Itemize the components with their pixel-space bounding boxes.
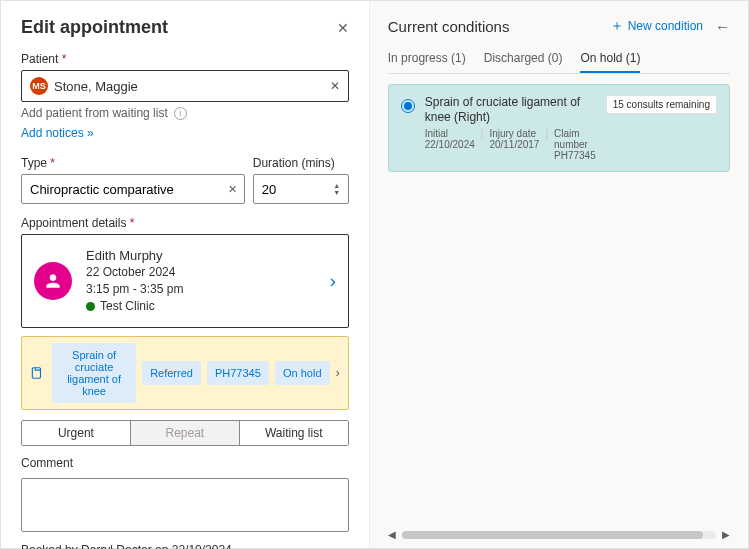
details-label: Appointment details * xyxy=(21,216,349,230)
clear-patient-icon[interactable]: ✕ xyxy=(330,79,340,93)
status-toggle-group: Urgent Repeat Waiting list xyxy=(21,420,349,446)
horizontal-scrollbar[interactable]: ◀ ▶ xyxy=(388,525,730,540)
patient-field[interactable]: MS Stone, Maggie ✕ xyxy=(21,70,349,102)
conditions-pane: Current conditions ＋New condition ← In p… xyxy=(369,1,748,548)
toggle-waiting[interactable]: Waiting list xyxy=(240,421,348,445)
tab-on-hold[interactable]: On hold (1) xyxy=(580,45,640,73)
plus-icon: ＋ xyxy=(610,17,624,35)
back-arrow-icon[interactable]: ← xyxy=(715,18,730,35)
patient-avatar: MS xyxy=(30,77,48,95)
tag-referred[interactable]: Referred xyxy=(142,361,201,385)
type-label: Type * xyxy=(21,156,245,170)
consults-badge: 15 consults remaining xyxy=(606,95,717,114)
add-notices-link[interactable]: Add notices » xyxy=(21,126,92,140)
appointment-time: 3:15 pm - 3:35 pm xyxy=(86,281,316,298)
conditions-title: Current conditions xyxy=(388,18,610,35)
condition-icon xyxy=(30,366,46,380)
tag-claim[interactable]: PH77345 xyxy=(207,361,269,385)
edit-appointment-pane: Edit appointment ✕ Patient * MS Stone, M… xyxy=(1,1,369,548)
practitioner-avatar-icon xyxy=(34,262,72,300)
condition-initial: Initial 22/10/2024 xyxy=(425,128,475,161)
toggle-urgent[interactable]: Urgent xyxy=(22,421,131,445)
condition-tag-bar: Sprain of cruciate ligament of knee Refe… xyxy=(21,336,349,410)
patient-name: Stone, Maggie xyxy=(54,79,138,94)
tag-condition[interactable]: Sprain of cruciate ligament of knee xyxy=(52,343,136,403)
page-title: Edit appointment xyxy=(21,17,168,38)
condition-injury: Injury date 20/11/2017 xyxy=(489,128,539,161)
condition-card[interactable]: Sprain of cruciate ligament of knee (Rig… xyxy=(388,84,730,172)
type-input[interactable] xyxy=(21,174,245,204)
close-icon[interactable]: ✕ xyxy=(337,20,349,36)
chevron-right-icon: › xyxy=(330,271,336,292)
tag-onhold[interactable]: On hold xyxy=(275,361,330,385)
toggle-repeat: Repeat xyxy=(131,421,240,445)
waiting-list-hint: Add patient from waiting list xyxy=(21,106,168,120)
chevron-right-icon[interactable]: › xyxy=(336,366,340,380)
practitioner-name: Edith Murphy xyxy=(86,247,316,264)
appointment-details-card[interactable]: Edith Murphy 22 October 2024 3:15 pm - 3… xyxy=(21,234,349,328)
clear-type-icon[interactable]: ✕ xyxy=(228,174,237,204)
booked-by-text: Booked by Darryl Doctor on 22/10/2024 xyxy=(21,543,349,549)
status-dot-icon xyxy=(86,302,95,311)
tab-discharged[interactable]: Discharged (0) xyxy=(484,45,563,73)
condition-claim: Claim number PH77345 xyxy=(554,128,596,161)
comment-label: Comment xyxy=(21,456,349,470)
appointment-date: 22 October 2024 xyxy=(86,264,316,281)
duration-label: Duration (mins) xyxy=(253,156,349,170)
duration-spinner[interactable]: ▲▼ xyxy=(329,174,345,204)
new-condition-button[interactable]: ＋New condition xyxy=(610,17,703,35)
scroll-left-icon[interactable]: ◀ xyxy=(388,529,396,540)
condition-radio[interactable] xyxy=(401,99,415,113)
clinic-name: Test Clinic xyxy=(100,298,155,315)
info-icon[interactable]: i xyxy=(174,107,187,120)
svg-rect-0 xyxy=(32,368,40,379)
patient-label: Patient * xyxy=(21,52,349,66)
scroll-right-icon[interactable]: ▶ xyxy=(722,529,730,540)
tab-in-progress[interactable]: In progress (1) xyxy=(388,45,466,73)
comment-textarea[interactable] xyxy=(21,478,349,532)
condition-title: Sprain of cruciate ligament of knee (Rig… xyxy=(425,95,596,125)
